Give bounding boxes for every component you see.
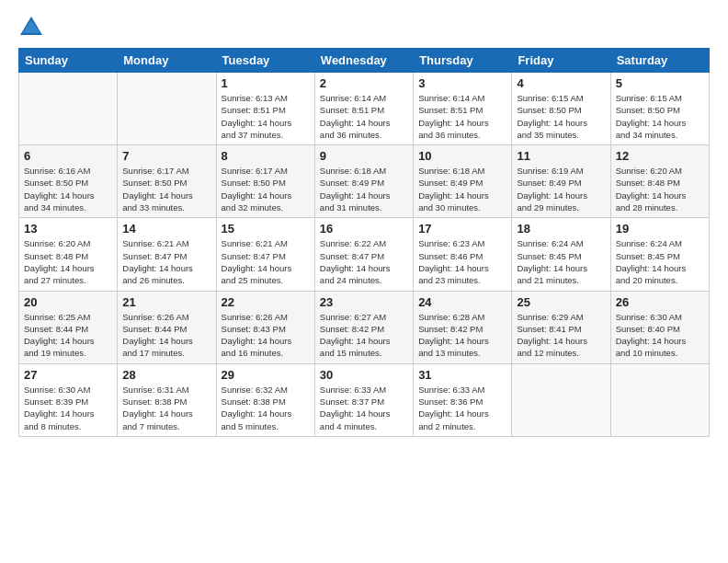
- calendar-week-row: 27Sunrise: 6:30 AM Sunset: 8:39 PM Dayli…: [19, 363, 710, 436]
- day-number: 11: [517, 149, 605, 163]
- calendar-table: SundayMondayTuesdayWednesdayThursdayFrid…: [18, 48, 710, 437]
- calendar-cell: 4Sunrise: 6:15 AM Sunset: 8:50 PM Daylig…: [512, 73, 610, 145]
- calendar-cell: [118, 73, 216, 145]
- weekday-header-monday: Monday: [118, 49, 216, 73]
- weekday-header-wednesday: Wednesday: [314, 49, 413, 73]
- calendar-cell: 8Sunrise: 6:17 AM Sunset: 8:50 PM Daylig…: [216, 145, 314, 218]
- calendar-cell: 28Sunrise: 6:31 AM Sunset: 8:38 PM Dayli…: [118, 363, 216, 436]
- calendar-cell: 23Sunrise: 6:27 AM Sunset: 8:42 PM Dayli…: [314, 291, 413, 363]
- day-info: Sunrise: 6:22 AM Sunset: 8:47 PM Dayligh…: [320, 237, 408, 286]
- calendar-cell: 2Sunrise: 6:14 AM Sunset: 8:51 PM Daylig…: [314, 73, 413, 145]
- calendar-cell: 16Sunrise: 6:22 AM Sunset: 8:47 PM Dayli…: [314, 218, 413, 291]
- day-info: Sunrise: 6:32 AM Sunset: 8:38 PM Dayligh…: [222, 384, 310, 432]
- calendar-cell: 1Sunrise: 6:13 AM Sunset: 8:51 PM Daylig…: [216, 73, 314, 145]
- day-number: 25: [517, 295, 605, 309]
- day-info: Sunrise: 6:26 AM Sunset: 8:43 PM Dayligh…: [222, 311, 310, 360]
- day-number: 30: [320, 368, 408, 382]
- calendar-cell: 22Sunrise: 6:26 AM Sunset: 8:43 PM Dayli…: [216, 291, 314, 363]
- weekday-header-tuesday: Tuesday: [216, 49, 314, 73]
- day-info: Sunrise: 6:33 AM Sunset: 8:37 PM Dayligh…: [320, 384, 408, 432]
- day-number: 20: [24, 295, 112, 309]
- day-info: Sunrise: 6:33 AM Sunset: 8:36 PM Dayligh…: [418, 384, 506, 432]
- day-info: Sunrise: 6:21 AM Sunset: 8:47 PM Dayligh…: [122, 237, 210, 286]
- day-info: Sunrise: 6:15 AM Sunset: 8:50 PM Dayligh…: [517, 92, 605, 141]
- calendar-cell: 30Sunrise: 6:33 AM Sunset: 8:37 PM Dayli…: [314, 363, 413, 436]
- weekday-header-friday: Friday: [512, 49, 610, 73]
- page-container: SundayMondayTuesdayWednesdayThursdayFrid…: [0, 0, 728, 448]
- day-number: 4: [517, 76, 605, 90]
- day-info: Sunrise: 6:28 AM Sunset: 8:42 PM Dayligh…: [418, 311, 506, 360]
- calendar-cell: 6Sunrise: 6:16 AM Sunset: 8:50 PM Daylig…: [19, 145, 118, 218]
- calendar-cell: 20Sunrise: 6:25 AM Sunset: 8:44 PM Dayli…: [19, 291, 118, 363]
- day-info: Sunrise: 6:19 AM Sunset: 8:49 PM Dayligh…: [517, 165, 605, 213]
- day-number: 24: [418, 295, 506, 309]
- calendar-cell: 24Sunrise: 6:28 AM Sunset: 8:42 PM Dayli…: [414, 291, 512, 363]
- calendar-cell: 17Sunrise: 6:23 AM Sunset: 8:46 PM Dayli…: [414, 218, 512, 291]
- calendar-cell: 29Sunrise: 6:32 AM Sunset: 8:38 PM Dayli…: [216, 363, 314, 436]
- day-number: 2: [320, 76, 408, 90]
- day-info: Sunrise: 6:14 AM Sunset: 8:51 PM Dayligh…: [418, 92, 506, 141]
- day-info: Sunrise: 6:21 AM Sunset: 8:47 PM Dayligh…: [222, 237, 310, 286]
- calendar-cell: 12Sunrise: 6:20 AM Sunset: 8:48 PM Dayli…: [610, 145, 709, 218]
- day-info: Sunrise: 6:20 AM Sunset: 8:48 PM Dayligh…: [616, 165, 704, 213]
- day-info: Sunrise: 6:25 AM Sunset: 8:44 PM Dayligh…: [24, 311, 112, 360]
- day-info: Sunrise: 6:17 AM Sunset: 8:50 PM Dayligh…: [122, 165, 210, 213]
- calendar-cell: 19Sunrise: 6:24 AM Sunset: 8:45 PM Dayli…: [610, 218, 709, 291]
- day-number: 9: [320, 149, 408, 163]
- calendar-cell: 15Sunrise: 6:21 AM Sunset: 8:47 PM Dayli…: [216, 218, 314, 291]
- day-number: 19: [616, 222, 704, 236]
- weekday-header-row: SundayMondayTuesdayWednesdayThursdayFrid…: [19, 49, 710, 73]
- day-number: 22: [222, 295, 310, 309]
- day-info: Sunrise: 6:18 AM Sunset: 8:49 PM Dayligh…: [320, 165, 408, 213]
- calendar-cell: 9Sunrise: 6:18 AM Sunset: 8:49 PM Daylig…: [314, 145, 413, 218]
- calendar-week-row: 13Sunrise: 6:20 AM Sunset: 8:48 PM Dayli…: [19, 218, 710, 291]
- calendar-cell: 25Sunrise: 6:29 AM Sunset: 8:41 PM Dayli…: [512, 291, 610, 363]
- calendar-cell: 3Sunrise: 6:14 AM Sunset: 8:51 PM Daylig…: [414, 73, 512, 145]
- day-number: 27: [24, 368, 112, 382]
- day-number: 13: [24, 222, 112, 236]
- calendar-cell: 7Sunrise: 6:17 AM Sunset: 8:50 PM Daylig…: [118, 145, 216, 218]
- day-info: Sunrise: 6:31 AM Sunset: 8:38 PM Dayligh…: [122, 384, 210, 432]
- day-number: 3: [418, 76, 506, 90]
- day-info: Sunrise: 6:17 AM Sunset: 8:50 PM Dayligh…: [222, 165, 310, 213]
- calendar-cell: [19, 73, 118, 145]
- day-info: Sunrise: 6:18 AM Sunset: 8:49 PM Dayligh…: [418, 165, 506, 213]
- day-number: 15: [222, 222, 310, 236]
- day-info: Sunrise: 6:30 AM Sunset: 8:40 PM Dayligh…: [616, 311, 704, 360]
- calendar-week-row: 20Sunrise: 6:25 AM Sunset: 8:44 PM Dayli…: [19, 291, 710, 363]
- calendar-cell: [512, 363, 610, 436]
- day-info: Sunrise: 6:26 AM Sunset: 8:44 PM Dayligh…: [122, 311, 210, 360]
- day-number: 29: [222, 368, 310, 382]
- day-info: Sunrise: 6:27 AM Sunset: 8:42 PM Dayligh…: [320, 311, 408, 360]
- weekday-header-sunday: Sunday: [19, 49, 118, 73]
- calendar-cell: 11Sunrise: 6:19 AM Sunset: 8:49 PM Dayli…: [512, 145, 610, 218]
- calendar-cell: 5Sunrise: 6:15 AM Sunset: 8:50 PM Daylig…: [610, 73, 709, 145]
- calendar-cell: 18Sunrise: 6:24 AM Sunset: 8:45 PM Dayli…: [512, 218, 610, 291]
- day-info: Sunrise: 6:23 AM Sunset: 8:46 PM Dayligh…: [418, 237, 506, 286]
- day-number: 26: [616, 295, 704, 309]
- day-number: 6: [24, 149, 112, 163]
- day-number: 23: [320, 295, 408, 309]
- day-number: 14: [122, 222, 210, 236]
- calendar-cell: 14Sunrise: 6:21 AM Sunset: 8:47 PM Dayli…: [118, 218, 216, 291]
- logo-icon: [18, 15, 44, 40]
- day-info: Sunrise: 6:24 AM Sunset: 8:45 PM Dayligh…: [517, 237, 605, 286]
- day-number: 7: [122, 149, 210, 163]
- calendar-week-row: 6Sunrise: 6:16 AM Sunset: 8:50 PM Daylig…: [19, 145, 710, 218]
- day-info: Sunrise: 6:20 AM Sunset: 8:48 PM Dayligh…: [24, 237, 112, 286]
- day-number: 1: [222, 76, 310, 90]
- day-number: 18: [517, 222, 605, 236]
- day-number: 10: [418, 149, 506, 163]
- calendar-cell: [610, 363, 709, 436]
- day-info: Sunrise: 6:30 AM Sunset: 8:39 PM Dayligh…: [24, 384, 112, 432]
- page-header: [18, 15, 710, 40]
- day-number: 17: [418, 222, 506, 236]
- weekday-header-thursday: Thursday: [414, 49, 512, 73]
- day-info: Sunrise: 6:24 AM Sunset: 8:45 PM Dayligh…: [616, 237, 704, 286]
- calendar-cell: 21Sunrise: 6:26 AM Sunset: 8:44 PM Dayli…: [118, 291, 216, 363]
- calendar-cell: 26Sunrise: 6:30 AM Sunset: 8:40 PM Dayli…: [610, 291, 709, 363]
- logo: [18, 15, 48, 40]
- day-number: 5: [616, 76, 704, 90]
- day-info: Sunrise: 6:15 AM Sunset: 8:50 PM Dayligh…: [616, 92, 704, 141]
- calendar-cell: 31Sunrise: 6:33 AM Sunset: 8:36 PM Dayli…: [414, 363, 512, 436]
